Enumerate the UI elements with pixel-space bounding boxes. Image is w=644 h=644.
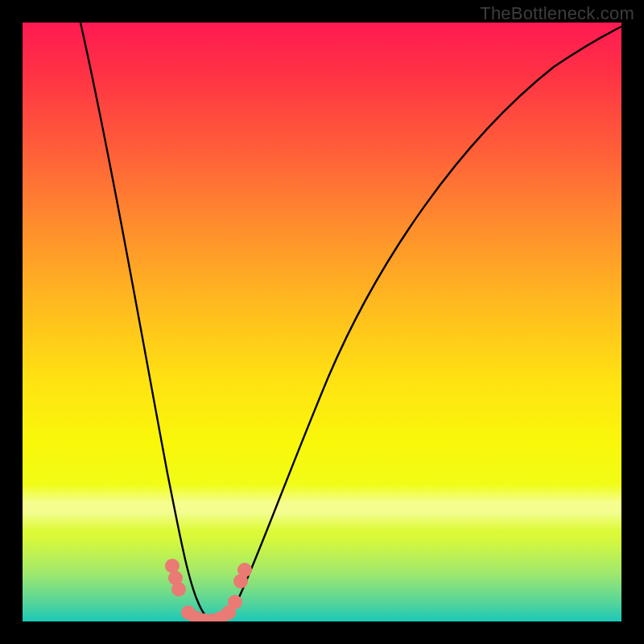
curve-layer bbox=[23, 23, 621, 621]
svg-point-9 bbox=[228, 595, 242, 609]
watermark-text: TheBottleneck.com bbox=[480, 3, 634, 24]
trough-markers bbox=[165, 559, 252, 621]
chart-frame: TheBottleneck.com bbox=[0, 0, 644, 644]
bottleneck-curve bbox=[80, 23, 621, 620]
svg-point-2 bbox=[171, 582, 186, 597]
svg-point-11 bbox=[237, 563, 252, 577]
plot-area bbox=[23, 23, 621, 621]
